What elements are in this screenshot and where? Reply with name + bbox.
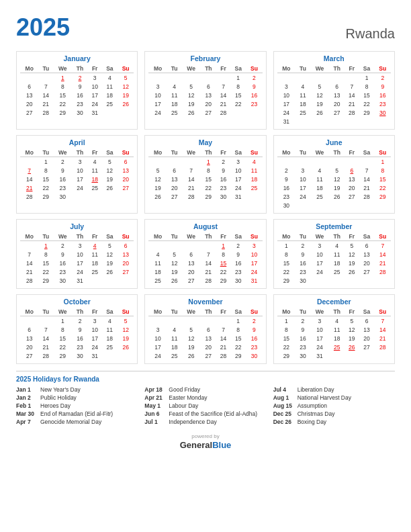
calendar-day: 23 <box>216 183 230 192</box>
calendar-day: 12 <box>182 334 201 343</box>
calendar-day: 5 <box>167 250 182 259</box>
calendar-day: 17 <box>88 91 102 99</box>
calendar-day: 20 <box>359 334 374 343</box>
holidays-col-3: Jul 4Liberation DayAug 1National Harvest… <box>273 386 395 427</box>
calendar-day: 13 <box>359 325 374 334</box>
calendar-day: 3 <box>148 82 167 91</box>
calendar-day: 19 <box>102 175 118 183</box>
calendar-day: 29 <box>375 192 391 201</box>
calendar-day: 6 <box>201 82 216 91</box>
calendar-day: 3 <box>310 316 329 326</box>
day-header-we: We <box>310 232 329 241</box>
month-block-october: OctoberMoTuWeThFrSaSu1234567891011121314… <box>16 294 138 364</box>
calendar-day <box>310 201 329 210</box>
calendar-day: 14 <box>38 91 53 99</box>
calendar-day: 29 <box>53 351 72 360</box>
calendar-day: 16 <box>295 259 310 267</box>
calendar-day: 13 <box>359 250 374 259</box>
calendar-day: 5 <box>118 316 134 326</box>
calendar-day: 18 <box>102 91 118 99</box>
calendar-day: 3 <box>230 157 246 167</box>
calendar-day: 25 <box>329 267 345 276</box>
calendar-day: 20 <box>201 99 216 108</box>
calendar-day <box>167 241 182 251</box>
calendar-day: 6 <box>118 241 134 251</box>
calendar-day: 22 <box>277 343 295 351</box>
calendar-day: 9 <box>216 166 230 175</box>
calendar-day: 13 <box>118 250 134 259</box>
day-header-th: Th <box>201 232 216 241</box>
calendar-day: 6 <box>359 316 374 326</box>
day-header-mo: Mo <box>148 64 167 73</box>
calendar-day: 19 <box>310 99 329 108</box>
calendar-day <box>277 157 295 167</box>
calendar-day: 20 <box>329 99 345 108</box>
calendar-day <box>345 201 359 210</box>
calendar-day: 29 <box>359 108 374 117</box>
calendar-day: 19 <box>182 343 201 351</box>
holiday-item: Apr 21Easter Monday <box>144 394 266 401</box>
calendar-day <box>118 276 134 285</box>
calendar-day <box>38 73 53 83</box>
day-header-we: We <box>53 232 72 241</box>
calendar-day <box>216 316 230 326</box>
calendar-day: 13 <box>201 334 216 343</box>
month-block-june: JuneMoTuWeThFrSaSu1234567891011121314151… <box>273 135 395 214</box>
holiday-item: Aug 15Assumption <box>273 402 395 409</box>
calendar-day: 14 <box>375 325 391 334</box>
calendar-day: 27 <box>359 267 374 276</box>
holidays-title: 2025 Holidays for Rwanda <box>16 375 395 383</box>
month-name: April <box>20 138 134 146</box>
calendar-day <box>182 316 201 326</box>
day-header-sa: Sa <box>102 308 118 316</box>
day-header-tu: Tu <box>38 232 53 241</box>
day-header-su: Su <box>375 148 391 157</box>
calendar-day: 10 <box>88 325 102 334</box>
calendar-day: 20 <box>359 259 374 267</box>
calendar-day: 18 <box>167 99 182 108</box>
calendar-day: 16 <box>246 334 262 343</box>
calendar-day: 25 <box>167 351 182 360</box>
holiday-name: Feast of the Sacrifice (Eid al-Adha) <box>169 410 257 417</box>
day-header-mo: Mo <box>20 148 38 157</box>
calendar-day <box>329 276 345 285</box>
calendar-day: 26 <box>148 192 167 201</box>
day-header-mo: Mo <box>277 148 295 157</box>
calendar-day: 22 <box>216 267 230 276</box>
calendar-day <box>329 201 345 210</box>
calendar-day: 7 <box>182 166 201 175</box>
calendar-day: 17 <box>295 183 310 192</box>
calendar-day: 4 <box>102 316 118 326</box>
calendar-day: 26 <box>118 99 134 108</box>
calendar-day: 3 <box>88 73 102 83</box>
calendar-day: 28 <box>20 276 38 285</box>
calendar-day <box>345 117 359 126</box>
calendar-day <box>118 192 134 201</box>
calendar-day: 16 <box>53 175 72 183</box>
holiday-item: Dec 26Boxing Day <box>273 418 395 425</box>
calendar-day <box>182 157 201 167</box>
calendar-day: 4 <box>88 157 102 167</box>
calendar-day: 2 <box>246 316 262 326</box>
calendar-table: MoTuWeThFrSaSu12345678910111213141516171… <box>277 64 391 126</box>
day-header-su: Su <box>375 232 391 241</box>
day-header-fr: Fr <box>345 64 359 73</box>
day-header-su: Su <box>375 308 391 316</box>
day-header-th: Th <box>201 308 216 316</box>
calendar-day: 27 <box>118 183 134 192</box>
calendar-day: 5 <box>148 166 167 175</box>
calendar-day: 11 <box>88 166 102 175</box>
day-header-fr: Fr <box>88 148 102 157</box>
calendar-day: 23 <box>246 99 262 108</box>
holidays-columns: Jan 1New Year's DayJan 2Public HolidayFe… <box>16 386 395 427</box>
calendar-day: 11 <box>148 259 167 267</box>
calendar-day <box>329 73 345 83</box>
day-header-su: Su <box>246 308 262 316</box>
calendar-day: 26 <box>102 183 118 192</box>
month-name: November <box>148 298 262 306</box>
calendar-day: 28 <box>38 108 53 117</box>
calendar-day: 1 <box>53 73 72 83</box>
day-header-we: We <box>53 148 72 157</box>
calendar-day: 11 <box>102 82 118 91</box>
calendar-day: 23 <box>53 267 72 276</box>
